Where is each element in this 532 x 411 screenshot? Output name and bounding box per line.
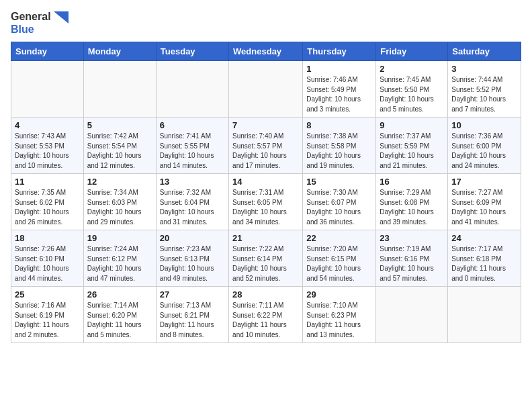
weekday-header-sunday: Sunday <box>11 42 84 61</box>
calendar-cell: 10Sunrise: 7:36 AM Sunset: 6:00 PM Dayli… <box>448 118 521 174</box>
calendar-cell: 8Sunrise: 7:38 AM Sunset: 5:58 PM Daylig… <box>303 118 376 174</box>
day-number: 19 <box>87 233 152 243</box>
day-info: Sunrise: 7:34 AM Sunset: 6:03 PM Dayligh… <box>87 188 152 227</box>
logo: General Blue <box>11 11 69 35</box>
day-number: 17 <box>451 177 517 187</box>
day-info: Sunrise: 7:26 AM Sunset: 6:10 PM Dayligh… <box>15 244 80 283</box>
day-info: Sunrise: 7:24 AM Sunset: 6:12 PM Dayligh… <box>87 244 152 283</box>
day-number: 14 <box>232 177 299 187</box>
calendar-cell: 19Sunrise: 7:24 AM Sunset: 6:12 PM Dayli… <box>83 230 156 287</box>
calendar-cell <box>156 61 228 118</box>
day-number: 26 <box>87 289 152 300</box>
calendar-table: SundayMondayTuesdayWednesdayThursdayFrid… <box>11 42 521 343</box>
calendar-cell: 27Sunrise: 7:13 AM Sunset: 6:21 PM Dayli… <box>156 287 228 343</box>
day-number: 1 <box>306 64 372 74</box>
day-info: Sunrise: 7:29 AM Sunset: 6:08 PM Dayligh… <box>380 188 444 227</box>
calendar-header-row: SundayMondayTuesdayWednesdayThursdayFrid… <box>11 42 521 61</box>
day-number: 18 <box>15 233 80 243</box>
day-info: Sunrise: 7:14 AM Sunset: 6:20 PM Dayligh… <box>87 301 152 340</box>
day-info: Sunrise: 7:41 AM Sunset: 5:55 PM Dayligh… <box>160 132 225 171</box>
calendar-cell <box>448 287 521 343</box>
day-number: 12 <box>87 177 152 187</box>
day-number: 13 <box>160 177 225 187</box>
calendar-cell <box>11 61 84 118</box>
weekday-header-tuesday: Tuesday <box>156 42 228 61</box>
calendar-cell: 29Sunrise: 7:10 AM Sunset: 6:23 PM Dayli… <box>303 287 376 343</box>
day-number: 6 <box>160 120 225 130</box>
day-info: Sunrise: 7:35 AM Sunset: 6:02 PM Dayligh… <box>15 188 80 227</box>
day-number: 23 <box>380 233 444 243</box>
day-number: 10 <box>451 120 517 130</box>
day-number: 11 <box>15 177 80 187</box>
calendar-cell <box>83 61 156 118</box>
calendar-cell: 17Sunrise: 7:27 AM Sunset: 6:09 PM Dayli… <box>448 174 521 230</box>
day-number: 27 <box>160 289 225 300</box>
calendar-cell: 13Sunrise: 7:32 AM Sunset: 6:04 PM Dayli… <box>156 174 228 230</box>
svg-marker-0 <box>54 11 69 24</box>
day-number: 16 <box>380 177 444 187</box>
day-info: Sunrise: 7:16 AM Sunset: 6:19 PM Dayligh… <box>15 301 80 340</box>
calendar-cell: 3Sunrise: 7:44 AM Sunset: 5:52 PM Daylig… <box>448 61 521 118</box>
calendar-cell: 5Sunrise: 7:42 AM Sunset: 5:54 PM Daylig… <box>83 118 156 174</box>
day-info: Sunrise: 7:45 AM Sunset: 5:50 PM Dayligh… <box>380 75 444 114</box>
calendar-week-row: 1Sunrise: 7:46 AM Sunset: 5:49 PM Daylig… <box>11 61 521 118</box>
day-number: 5 <box>87 120 152 130</box>
calendar-week-row: 18Sunrise: 7:26 AM Sunset: 6:10 PM Dayli… <box>11 230 521 287</box>
day-info: Sunrise: 7:30 AM Sunset: 6:07 PM Dayligh… <box>306 188 372 227</box>
day-number: 15 <box>306 177 372 187</box>
weekday-header-monday: Monday <box>83 42 156 61</box>
calendar-cell: 26Sunrise: 7:14 AM Sunset: 6:20 PM Dayli… <box>83 287 156 343</box>
day-info: Sunrise: 7:44 AM Sunset: 5:52 PM Dayligh… <box>451 75 517 114</box>
logo-text: General Blue <box>11 11 69 35</box>
calendar-week-row: 25Sunrise: 7:16 AM Sunset: 6:19 PM Dayli… <box>11 287 521 343</box>
day-number: 4 <box>15 120 80 130</box>
day-info: Sunrise: 7:20 AM Sunset: 6:15 PM Dayligh… <box>306 244 372 283</box>
day-info: Sunrise: 7:23 AM Sunset: 6:13 PM Dayligh… <box>160 244 225 283</box>
day-number: 25 <box>15 289 80 300</box>
calendar-cell: 4Sunrise: 7:43 AM Sunset: 5:53 PM Daylig… <box>11 118 84 174</box>
day-info: Sunrise: 7:11 AM Sunset: 6:22 PM Dayligh… <box>232 301 299 340</box>
day-info: Sunrise: 7:17 AM Sunset: 6:18 PM Dayligh… <box>451 244 517 283</box>
weekday-header-thursday: Thursday <box>303 42 376 61</box>
day-number: 22 <box>306 233 372 243</box>
calendar-cell: 16Sunrise: 7:29 AM Sunset: 6:08 PM Dayli… <box>376 174 448 230</box>
day-number: 21 <box>232 233 299 243</box>
day-number: 28 <box>232 289 299 300</box>
day-info: Sunrise: 7:31 AM Sunset: 6:05 PM Dayligh… <box>232 188 299 227</box>
calendar-cell: 28Sunrise: 7:11 AM Sunset: 6:22 PM Dayli… <box>229 287 303 343</box>
calendar-week-row: 4Sunrise: 7:43 AM Sunset: 5:53 PM Daylig… <box>11 118 521 174</box>
day-number: 3 <box>451 64 517 74</box>
calendar-cell: 2Sunrise: 7:45 AM Sunset: 5:50 PM Daylig… <box>376 61 448 118</box>
calendar-cell: 23Sunrise: 7:19 AM Sunset: 6:16 PM Dayli… <box>376 230 448 287</box>
calendar-cell: 7Sunrise: 7:40 AM Sunset: 5:57 PM Daylig… <box>229 118 303 174</box>
calendar-cell: 22Sunrise: 7:20 AM Sunset: 6:15 PM Dayli… <box>303 230 376 287</box>
logo-arrow-icon <box>54 11 69 24</box>
calendar-cell: 25Sunrise: 7:16 AM Sunset: 6:19 PM Dayli… <box>11 287 84 343</box>
day-number: 8 <box>306 120 372 130</box>
day-info: Sunrise: 7:46 AM Sunset: 5:49 PM Dayligh… <box>306 75 372 114</box>
calendar-cell: 18Sunrise: 7:26 AM Sunset: 6:10 PM Dayli… <box>11 230 84 287</box>
day-info: Sunrise: 7:22 AM Sunset: 6:14 PM Dayligh… <box>232 244 299 283</box>
calendar-cell: 20Sunrise: 7:23 AM Sunset: 6:13 PM Dayli… <box>156 230 228 287</box>
calendar-cell: 21Sunrise: 7:22 AM Sunset: 6:14 PM Dayli… <box>229 230 303 287</box>
day-info: Sunrise: 7:13 AM Sunset: 6:21 PM Dayligh… <box>160 301 225 340</box>
day-number: 24 <box>451 233 517 243</box>
day-info: Sunrise: 7:37 AM Sunset: 5:59 PM Dayligh… <box>380 132 444 171</box>
day-info: Sunrise: 7:38 AM Sunset: 5:58 PM Dayligh… <box>306 132 372 171</box>
calendar-cell: 12Sunrise: 7:34 AM Sunset: 6:03 PM Dayli… <box>83 174 156 230</box>
day-info: Sunrise: 7:19 AM Sunset: 6:16 PM Dayligh… <box>380 244 444 283</box>
day-number: 7 <box>232 120 299 130</box>
weekday-header-wednesday: Wednesday <box>229 42 303 61</box>
day-info: Sunrise: 7:27 AM Sunset: 6:09 PM Dayligh… <box>451 188 517 227</box>
calendar-cell: 14Sunrise: 7:31 AM Sunset: 6:05 PM Dayli… <box>229 174 303 230</box>
calendar-cell <box>376 287 448 343</box>
day-info: Sunrise: 7:40 AM Sunset: 5:57 PM Dayligh… <box>232 132 299 171</box>
day-number: 2 <box>380 64 444 74</box>
weekday-header-friday: Friday <box>376 42 448 61</box>
day-info: Sunrise: 7:32 AM Sunset: 6:04 PM Dayligh… <box>160 188 225 227</box>
day-info: Sunrise: 7:10 AM Sunset: 6:23 PM Dayligh… <box>306 301 372 340</box>
day-info: Sunrise: 7:42 AM Sunset: 5:54 PM Dayligh… <box>87 132 152 171</box>
calendar-cell: 11Sunrise: 7:35 AM Sunset: 6:02 PM Dayli… <box>11 174 84 230</box>
day-info: Sunrise: 7:36 AM Sunset: 6:00 PM Dayligh… <box>451 132 517 171</box>
day-number: 20 <box>160 233 225 243</box>
